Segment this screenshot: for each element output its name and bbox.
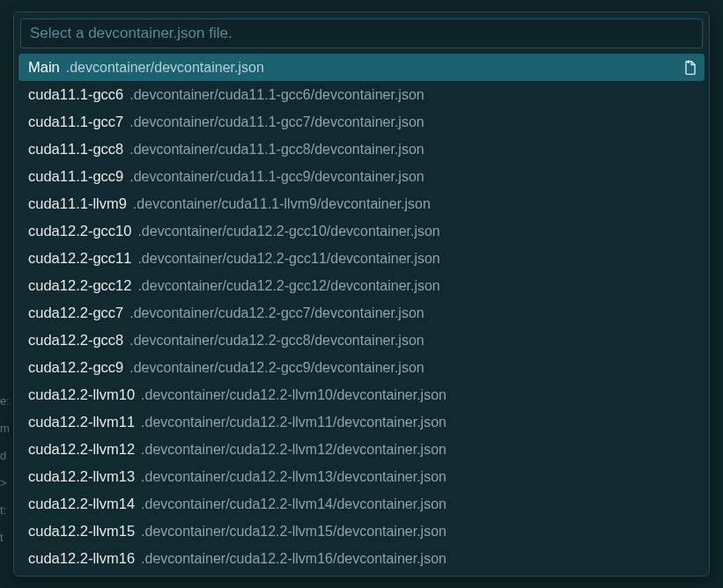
item-path: .devcontainer/cuda11.1-llvm9/devcontaine… [133,194,431,214]
list-item[interactable]: cuda11.1-gcc7.devcontainer/cuda11.1-gcc7… [14,108,709,136]
item-path: .devcontainer/cuda12.2-llvm10/devcontain… [141,385,446,405]
item-path: .devcontainer/cuda12.2-gcc12/devcontaine… [137,276,439,296]
item-path: .devcontainer/cuda12.2-llvm12/devcontain… [141,439,446,459]
item-path: .devcontainer/cuda12.2-gcc8/devcontainer… [129,330,424,350]
editor-background: e:md>t:t [0,0,9,588]
item-label: cuda12.2-llvm11 [28,412,135,432]
item-path: .devcontainer/cuda12.2-gcc7/devcontainer… [129,303,424,323]
item-path: .devcontainer/cuda11.1-gcc9/devcontainer… [129,166,424,187]
item-label: cuda12.2-llvm12 [28,439,135,459]
list-item[interactable]: cuda12.2-llvm10.devcontainer/cuda12.2-ll… [14,381,709,408]
list-item[interactable]: cuda12.2-llvm15.devcontainer/cuda12.2-ll… [14,518,709,545]
item-label: cuda12.2-llvm14 [28,494,135,514]
item-label: cuda12.2-llvm16 [28,548,135,569]
list-item[interactable]: cuda12.2-gcc10.devcontainer/cuda12.2-gcc… [14,217,709,245]
list-item[interactable]: cuda12.2-llvm11.devcontainer/cuda12.2-ll… [14,408,709,436]
item-path: .devcontainer/cuda12.2-gcc11/devcontaine… [137,248,439,268]
item-label: cuda11.1-gcc9 [28,166,123,187]
item-label: cuda12.2-gcc11 [28,248,131,268]
item-label: cuda12.2-llvm15 [28,521,135,541]
list-item[interactable]: cuda11.1-llvm9.devcontainer/cuda11.1-llv… [14,190,709,217]
item-path: .devcontainer/cuda12.2-gcc10/devcontaine… [137,221,439,241]
new-file-icon[interactable] [682,60,698,76]
item-label: cuda11.1-gcc8 [28,139,123,159]
list-item[interactable]: cuda11.1-gcc6.devcontainer/cuda11.1-gcc6… [14,81,709,108]
list-item[interactable]: cuda12.2-llvm16.devcontainer/cuda12.2-ll… [14,545,709,572]
list-item[interactable]: cuda12.2-gcc11.devcontainer/cuda12.2-gcc… [14,245,709,272]
item-path: .devcontainer/cuda12.2-llvm11/devcontain… [141,412,446,432]
item-path: .devcontainer/devcontainer.json [66,57,264,77]
item-label: cuda12.2-gcc12 [28,276,131,296]
item-path: .devcontainer/cuda12.2-llvm13/devcontain… [141,467,446,487]
item-label: cuda11.1-gcc6 [28,85,123,105]
list-item[interactable]: cuda12.2-llvm13.devcontainer/cuda12.2-ll… [14,463,709,490]
item-label: Main [28,57,60,77]
item-label: cuda12.2-gcc10 [28,221,131,241]
list-item[interactable]: cuda12.2-gcc9.devcontainer/cuda12.2-gcc9… [14,354,709,381]
item-label: cuda11.1-llvm9 [28,194,127,214]
item-label: cuda11.1-gcc7 [28,112,123,132]
item-path: .devcontainer/cuda12.2-llvm14/devcontain… [141,494,446,514]
list-item[interactable]: cuda11.1-gcc8.devcontainer/cuda11.1-gcc8… [14,136,709,163]
item-path: .devcontainer/cuda12.2-llvm16/devcontain… [141,548,446,569]
search-input[interactable] [20,18,703,48]
list-item[interactable]: cuda12.2-llvm12.devcontainer/cuda12.2-ll… [14,436,709,463]
item-label: cuda12.2-gcc9 [28,357,123,378]
item-path: .devcontainer/cuda12.2-llvm15/devcontain… [141,521,446,541]
list-item[interactable]: cuda12.2-gcc12.devcontainer/cuda12.2-gcc… [14,272,709,299]
list-item[interactable]: cuda12.2-gcc7.devcontainer/cuda12.2-gcc7… [14,299,709,327]
list-item[interactable]: cuda12.2-llvm14.devcontainer/cuda12.2-ll… [14,490,709,518]
item-label: cuda12.2-gcc7 [28,303,123,323]
item-label: cuda12.2-gcc8 [28,330,123,350]
list-item[interactable]: cuda12.2-gcc8.devcontainer/cuda12.2-gcc8… [14,327,709,354]
item-path: .devcontainer/cuda11.1-gcc7/devcontainer… [129,112,424,132]
list-item[interactable]: cuda11.1-gcc9.devcontainer/cuda11.1-gcc9… [14,163,709,190]
quick-picker: Main.devcontainer/devcontainer.jsoncuda1… [13,11,710,577]
item-label: cuda12.2-llvm13 [28,467,135,487]
item-label: cuda12.2-llvm10 [28,385,135,405]
item-path: .devcontainer/cuda11.1-gcc8/devcontainer… [129,139,424,159]
list-item[interactable]: Main.devcontainer/devcontainer.json [18,54,705,81]
devcontainer-list: Main.devcontainer/devcontainer.jsoncuda1… [14,54,709,576]
item-path: .devcontainer/cuda12.2-gcc9/devcontainer… [129,357,424,378]
item-path: .devcontainer/cuda11.1-gcc6/devcontainer… [129,85,424,105]
